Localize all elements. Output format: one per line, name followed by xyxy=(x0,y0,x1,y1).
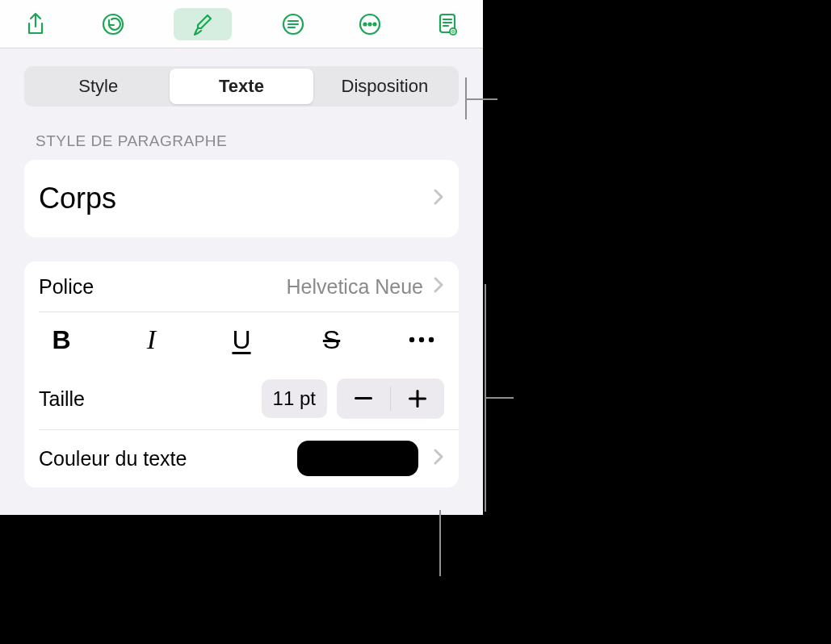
text-color-row[interactable]: Couleur du texte xyxy=(24,429,459,487)
format-panel: Style Texte Disposition STYLE DE PARAGRA… xyxy=(0,48,483,505)
undo-icon[interactable] xyxy=(97,8,129,40)
font-value: Helvetica Neue xyxy=(286,275,423,299)
top-toolbar xyxy=(0,0,483,48)
underline-button[interactable]: U xyxy=(222,320,261,359)
chevron-right-icon xyxy=(433,448,444,470)
strikethrough-button[interactable]: S xyxy=(313,320,351,359)
italic-button[interactable]: I xyxy=(132,320,171,359)
size-stepper xyxy=(337,378,444,419)
svg-point-3 xyxy=(364,23,367,25)
svg-rect-13 xyxy=(355,397,372,399)
format-brush-icon[interactable] xyxy=(174,8,232,40)
size-label: Taille xyxy=(39,387,85,411)
callout-line xyxy=(465,98,497,100)
share-icon[interactable] xyxy=(19,8,52,40)
size-increase-button[interactable] xyxy=(391,378,444,419)
paragraph-style-value: Corps xyxy=(39,182,116,215)
tab-style[interactable]: Style xyxy=(27,69,170,104)
svg-point-4 xyxy=(369,23,371,25)
callout-line xyxy=(485,397,514,399)
svg-point-5 xyxy=(374,23,376,25)
insert-icon[interactable] xyxy=(277,8,309,40)
font-row[interactable]: Police Helvetica Neue xyxy=(24,261,459,312)
paragraph-style-section-label: STYLE DE PARAGRAPHE xyxy=(24,132,459,150)
tab-layout[interactable]: Disposition xyxy=(313,69,456,104)
size-value[interactable]: 11 pt xyxy=(262,379,327,418)
tab-text[interactable]: Texte xyxy=(170,69,313,104)
svg-point-12 xyxy=(429,337,434,342)
chevron-right-icon xyxy=(433,276,444,298)
svg-rect-15 xyxy=(417,390,419,408)
paragraph-style-card: Corps xyxy=(24,160,459,237)
font-card: Police Helvetica Neue B I U S xyxy=(24,261,459,487)
font-label: Police xyxy=(39,275,94,299)
size-decrease-button[interactable] xyxy=(337,378,390,419)
chevron-right-icon xyxy=(433,188,444,210)
size-row: Taille 11 pt xyxy=(24,368,459,429)
color-swatch[interactable] xyxy=(297,441,418,476)
segment-control: Style Texte Disposition xyxy=(24,66,459,107)
bold-button[interactable]: B xyxy=(42,320,81,359)
style-buttons-row: B I U S xyxy=(24,312,459,368)
more-icon[interactable] xyxy=(354,8,386,40)
svg-point-9 xyxy=(452,31,454,32)
document-view-icon[interactable] xyxy=(431,8,464,40)
more-styles-button[interactable] xyxy=(402,320,441,359)
svg-point-10 xyxy=(409,337,414,342)
text-color-label: Couleur du texte xyxy=(39,447,187,470)
svg-point-11 xyxy=(419,337,424,342)
paragraph-style-row[interactable]: Corps xyxy=(24,160,459,237)
callout-line xyxy=(439,510,441,576)
